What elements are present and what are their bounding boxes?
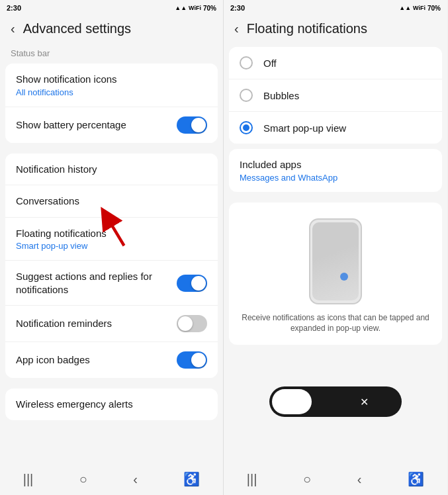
suggest-actions-toggle[interactable]	[177, 275, 207, 292]
signal-icon-right: ▲▲	[399, 5, 411, 11]
settings-item-app-icon-badges[interactable]: App icon badges	[5, 342, 218, 378]
accessibility-button-right[interactable]: ♿	[408, 471, 424, 487]
floating-notifications-title: Floating notifications	[16, 227, 207, 240]
bubble-dot-icon	[340, 273, 348, 281]
wireless-emergency-title: Wireless emergency alerts	[16, 398, 207, 411]
back-button-left[interactable]: ‹	[11, 21, 15, 36]
bottom-toggle-knob	[272, 389, 312, 414]
phone-preview-container: Receive notifications as icons that can …	[229, 202, 442, 345]
home-button-right[interactable]: ○	[303, 472, 311, 487]
back-nav-right[interactable]: ‹	[357, 472, 362, 487]
radio-item-off[interactable]: Off	[229, 47, 442, 79]
notification-icons-subtitle[interactable]: All notifications	[16, 87, 207, 97]
settings-item-floating-notifications[interactable]: Floating notifications Smart pop-up view	[5, 218, 218, 261]
app-icon-badges-title: App icon badges	[16, 353, 177, 367]
radio-label-smart-popup: Smart pop-up view	[263, 122, 346, 134]
settings-item-notification-icons[interactable]: Show notification icons All notification…	[5, 64, 218, 107]
signal-icon-left: ▲▲	[175, 5, 187, 11]
settings-item-conversations[interactable]: Conversations	[5, 185, 218, 218]
status-bar-time-left: 2:30	[7, 4, 21, 12]
page-title-right: Floating notifications	[247, 21, 367, 36]
accessibility-button-left[interactable]: ♿	[183, 471, 200, 487]
back-button-right[interactable]: ‹	[234, 21, 239, 36]
settings-group-1: Show notification icons All notification…	[5, 64, 218, 143]
toggle-knob-suggest	[191, 276, 206, 291]
status-bar-time-right-wrap: 2:30	[230, 4, 245, 12]
included-apps-group: Included apps Messages and WhatsApp	[229, 149, 442, 192]
toggle-knob-reminders	[178, 316, 193, 331]
settings-item-notification-history[interactable]: Notification history	[5, 154, 218, 186]
notification-history-title: Notification history	[16, 163, 207, 176]
status-bar-right: 2:30 ▲▲ WiFi 70%	[224, 0, 447, 16]
header-right: ‹ Floating notifications	[224, 16, 447, 44]
notification-reminders-title: Notification reminders	[16, 317, 177, 330]
settings-group-2: Notification history Conversations Float…	[5, 154, 218, 379]
settings-item-notification-reminders[interactable]: Notification reminders	[5, 306, 218, 342]
right-screen: 2:30 ▲▲ WiFi 70% ‹ Floating notification…	[224, 0, 447, 495]
back-nav-left[interactable]: ‹	[133, 472, 138, 487]
settings-group-3: Wireless emergency alerts	[5, 388, 218, 420]
header-left: ‹ Advanced settings	[0, 16, 223, 44]
wifi-icon-left: WiFi	[189, 5, 201, 11]
page-title-left: Advanced settings	[23, 21, 131, 36]
wifi-icon-right: WiFi	[413, 5, 426, 11]
time-left: 2:30	[7, 4, 21, 12]
nav-bar-left: ||| ○ ‹ ♿	[0, 463, 223, 495]
app-icon-badges-toggle[interactable]	[177, 351, 207, 369]
radio-item-bubbles[interactable]: Bubbles	[229, 79, 442, 112]
included-apps-subtitle[interactable]: Messages and WhatsApp	[240, 173, 431, 183]
toggle-knob	[191, 118, 206, 132]
phone-mockup-inner	[312, 222, 359, 300]
radio-label-off: Off	[263, 58, 277, 69]
time-right: 2:30	[230, 4, 245, 12]
included-apps-item[interactable]: Included apps Messages and WhatsApp	[229, 149, 442, 192]
radio-item-smart-popup[interactable]: Smart pop-up view	[229, 112, 442, 144]
radio-options-group: Off Bubbles Smart pop-up view	[229, 47, 442, 144]
battery-left: 70%	[203, 5, 216, 12]
radio-circle-bubbles	[240, 89, 253, 102]
battery-right: 70%	[427, 5, 441, 12]
settings-item-suggest-actions[interactable]: Suggest actions and replies for notifica…	[5, 261, 218, 306]
suggest-actions-title: Suggest actions and replies for notifica…	[16, 270, 177, 296]
bottom-toggle-area: ✕	[224, 381, 447, 422]
nav-bar-right: ||| ○ ‹ ♿	[224, 463, 447, 495]
status-bar-icons-left: ▲▲ WiFi 70%	[175, 5, 216, 12]
home-button-left[interactable]: ○	[79, 472, 87, 487]
bottom-toggle-bar[interactable]: ✕	[269, 386, 402, 417]
floating-notifications-subtitle[interactable]: Smart pop-up view	[16, 241, 207, 251]
battery-percentage-title: Show battery percentage	[16, 118, 177, 132]
close-icon-toggle: ✕	[360, 395, 369, 408]
included-apps-title: Included apps	[240, 158, 431, 171]
recents-button-right[interactable]: |||	[247, 472, 257, 487]
toggle-knob-badges	[191, 353, 206, 367]
radio-label-bubbles: Bubbles	[263, 90, 299, 101]
radio-circle-off	[240, 56, 253, 69]
phone-description: Receive notifications as icons that can …	[240, 312, 431, 335]
radio-circle-smart-popup	[240, 121, 253, 134]
conversations-title: Conversations	[16, 195, 207, 208]
status-bar-icons-right: ▲▲ WiFi 70%	[399, 5, 441, 12]
notification-reminders-toggle[interactable]	[177, 315, 207, 332]
status-bar-left: 2:30 ▲▲ WiFi 70%	[0, 0, 223, 16]
battery-percentage-toggle[interactable]	[177, 116, 207, 134]
notification-icons-title: Show notification icons	[16, 73, 207, 86]
phone-mockup	[309, 218, 362, 304]
recents-button-left[interactable]: |||	[23, 472, 34, 487]
left-screen: 2:30 ▲▲ WiFi 70% ‹ Advanced settings Sta…	[0, 0, 224, 495]
section-label-status-bar: Status bar	[0, 44, 223, 61]
settings-item-battery-percentage[interactable]: Show battery percentage	[5, 107, 218, 143]
settings-item-wireless-emergency[interactable]: Wireless emergency alerts	[5, 388, 218, 420]
